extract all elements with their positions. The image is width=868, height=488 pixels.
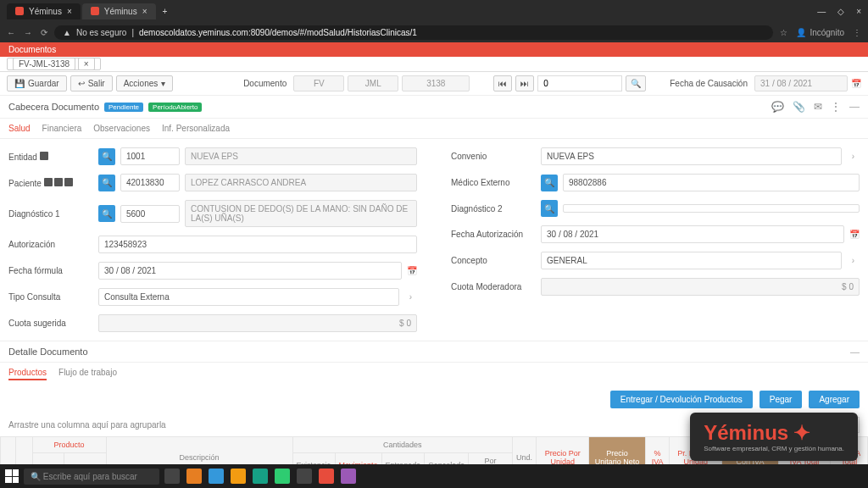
undo-icon: ↩ — [78, 79, 85, 88]
convenio-label: Convenio — [451, 152, 536, 161]
attach-icon[interactable]: 📎 — [793, 101, 805, 113]
doc-number: 3138 — [402, 75, 470, 92]
task-icon[interactable] — [297, 469, 312, 484]
save-button[interactable]: 💾Guardar — [7, 75, 67, 92]
chat-icon[interactable]: 💬 — [771, 101, 784, 113]
task-icon[interactable] — [231, 469, 246, 484]
task-icon[interactable] — [253, 469, 268, 484]
actions-dropdown[interactable]: Acciones▾ — [116, 75, 174, 92]
chevron-down-icon: ▾ — [161, 79, 165, 88]
lookup-button[interactable]: 🔍 — [98, 175, 115, 191]
agregar-button[interactable]: Agregar — [809, 391, 860, 408]
lookup-button[interactable]: 🔍 — [98, 205, 115, 222]
minimize-icon[interactable]: — — [817, 7, 826, 16]
close-icon[interactable]: × — [856, 7, 861, 16]
convenio-select[interactable]: NUEVA EPS — [541, 147, 842, 165]
pegar-button[interactable]: Pegar — [760, 391, 803, 408]
close-icon[interactable]: × — [67, 7, 72, 16]
chevron-right-icon[interactable]: › — [847, 152, 860, 161]
entregar-button[interactable]: Entregar / Devolución Productos — [610, 391, 753, 408]
medext-code[interactable]: 98802886 — [563, 174, 860, 191]
goto-input[interactable] — [537, 75, 622, 92]
url-bar: ← → ⟳ ▲ No es seguro | demoscoldatos.yem… — [0, 22, 868, 42]
tab-flujo[interactable]: Flujo de trabajo — [58, 368, 117, 380]
task-icon[interactable] — [209, 469, 224, 484]
task-icon[interactable] — [341, 469, 356, 484]
address-bar[interactable]: ▲ No es seguro | demoscoldatos.yeminus.c… — [54, 25, 773, 40]
task-icon[interactable] — [186, 469, 202, 484]
incognito-icon: 👤 — [796, 28, 806, 37]
paciente-name: LOPEZ CARRASCO ANDREA — [185, 174, 417, 191]
calendar-icon[interactable]: 📅 — [849, 230, 860, 239]
calendar-icon[interactable]: 📅 — [851, 79, 861, 88]
tipo-select[interactable]: Consulta Externa — [98, 288, 399, 306]
star-icon[interactable]: ☆ — [780, 28, 787, 37]
taskbar-search[interactable]: 🔍 Escribe aquí para buscar — [24, 469, 159, 485]
collapse-icon[interactable]: — — [850, 347, 860, 357]
new-tab-button[interactable]: + — [163, 7, 168, 16]
fauth-input[interactable]: 30 / 08 / 2021 — [541, 225, 844, 243]
task-icon[interactable] — [319, 469, 334, 484]
last-button[interactable]: ⏭ — [515, 75, 534, 92]
entidad-label: Entidad — [8, 152, 93, 162]
browser-tab[interactable]: Yéminus× — [82, 3, 156, 19]
toolbar: 💾Guardar ↩Salir Acciones▾ Documento FV J… — [0, 72, 868, 96]
task-icon[interactable] — [164, 469, 180, 484]
search-button[interactable]: 🔍 — [626, 75, 646, 92]
csug-label: Cuota sugerida — [8, 319, 93, 328]
reload-icon[interactable]: ⟳ — [41, 28, 47, 37]
chevron-right-icon[interactable]: › — [404, 292, 417, 302]
lookup-button[interactable]: 🔍 — [541, 175, 558, 191]
start-button[interactable] — [5, 469, 19, 483]
document-label: Documento — [243, 79, 287, 88]
browser-tab[interactable]: Yéminus× — [7, 3, 81, 19]
exit-button[interactable]: ↩Salir — [70, 75, 113, 92]
tab-productos[interactable]: Productos — [8, 368, 47, 380]
tab-financiera[interactable]: Financiera — [42, 124, 82, 133]
mail-icon[interactable]: ✉ — [814, 101, 822, 113]
section-title: Cabecera Documento — [8, 102, 99, 112]
lookup-button[interactable]: 🔍 — [98, 148, 115, 165]
tab-observaciones[interactable]: Observaciones — [93, 124, 150, 133]
entidad-name: NUEVA EPS — [185, 147, 417, 165]
folder-icon — [64, 178, 73, 186]
detail-tabs: Productos Flujo de trabajo — [0, 363, 868, 385]
forward-icon[interactable]: → — [24, 28, 32, 37]
document-tab: FV-JML-3138 × — [0, 57, 868, 72]
calendar-icon[interactable]: 📅 — [407, 266, 417, 275]
concepto-select[interactable]: GENERAL — [541, 252, 842, 269]
first-button[interactable]: ⏮ — [493, 75, 512, 92]
maximize-icon[interactable]: ◇ — [837, 7, 844, 16]
save-icon: 💾 — [14, 79, 25, 88]
col-cantidades: Cantidades — [292, 437, 512, 453]
menu-icon[interactable]: ⋮ — [831, 101, 841, 113]
tab-inf-personalizada[interactable]: Inf. Personalizada — [162, 124, 230, 133]
close-icon[interactable]: × — [78, 58, 95, 70]
tab-salud[interactable]: Salud — [8, 124, 31, 133]
paciente-code[interactable]: 42013830 — [120, 174, 180, 191]
diag2-label: Diagnóstico 2 — [451, 204, 536, 214]
back-icon[interactable]: ← — [7, 28, 15, 37]
entidad-code[interactable]: 1001 — [120, 147, 180, 165]
section-header: Cabecera Documento Pendiente PeríodoAbie… — [0, 96, 868, 119]
module-bar: Documentos — [0, 42, 868, 57]
close-icon[interactable]: × — [142, 7, 147, 16]
chevron-right-icon[interactable]: › — [847, 256, 860, 265]
date-value[interactable]: 31 / 08 / 2021 — [754, 75, 848, 92]
task-icon[interactable] — [275, 469, 290, 484]
brand-overlay: Yéminus✦ Software empresarial, CRM y ges… — [690, 413, 858, 461]
paciente-label: Paciente — [8, 178, 93, 188]
diag2-input[interactable] — [563, 204, 860, 213]
lookup-button[interactable]: 🔍 — [541, 200, 558, 217]
collapse-icon[interactable]: — — [849, 101, 860, 113]
col-producto[interactable]: Producto — [32, 437, 106, 453]
tab-favicon — [91, 7, 99, 15]
auth-input[interactable] — [98, 236, 417, 253]
menu-icon[interactable]: ⋮ — [853, 28, 861, 37]
status-badge: Pendiente — [104, 103, 143, 112]
diag1-code[interactable]: 5600 — [120, 205, 180, 223]
form-tabs: Salud Financiera Observaciones Inf. Pers… — [0, 119, 868, 139]
group-hint: Arrastre una columna aquí para agruparla — [8, 420, 166, 430]
required-icon — [44, 178, 53, 186]
fformula-input[interactable]: 30 / 08 / 2021 — [98, 262, 402, 280]
